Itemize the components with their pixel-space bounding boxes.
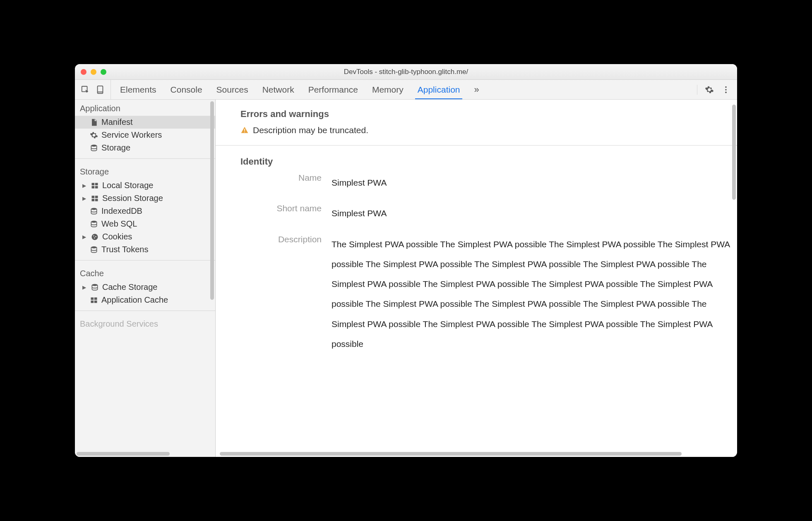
devtools-tabs: Elements Console Sources Network Perform… <box>111 80 690 99</box>
chevron-right-icon[interactable]: ▶ <box>82 183 87 189</box>
section-errors-warnings: Errors and warnings <box>240 109 737 119</box>
sidebar-item-manifest[interactable]: Manifest <box>75 116 215 129</box>
toolbar: Elements Console Sources Network Perform… <box>75 80 737 100</box>
svg-point-6 <box>91 144 96 146</box>
identity-name-label: Name <box>240 173 332 183</box>
sidebar-item-trust-tokens[interactable]: Trust Tokens <box>75 243 215 256</box>
sidebar-group-storage: Storage <box>75 163 215 179</box>
sidebar-item-session-storage[interactable]: ▶ Session Storage <box>75 192 215 205</box>
section-divider <box>216 145 737 146</box>
close-window-button[interactable] <box>81 69 86 75</box>
sidebar-item-local-storage[interactable]: ▶ Local Storage <box>75 179 215 192</box>
svg-rect-27 <box>244 129 245 131</box>
warning-text: Description may be truncated. <box>253 125 368 135</box>
sidebar-divider <box>75 158 215 159</box>
sidebar: Application Manifest Service Workers Sto… <box>75 100 216 457</box>
warning-icon <box>240 126 249 134</box>
inspect-icon[interactable] <box>81 85 90 94</box>
svg-point-3 <box>725 86 727 88</box>
chevron-right-icon[interactable]: ▶ <box>82 196 87 201</box>
content: Application Manifest Service Workers Sto… <box>75 100 737 457</box>
section-identity: Identity <box>240 156 737 167</box>
sidebar-item-indexeddb[interactable]: IndexedDB <box>75 205 215 217</box>
svg-rect-23 <box>91 297 94 300</box>
sidebar-horizontal-scrollbar[interactable] <box>75 450 215 457</box>
svg-rect-8 <box>95 183 98 185</box>
identity-name-row: Name Simplest PWA <box>240 173 737 193</box>
main-horizontal-scrollbar[interactable] <box>216 450 737 457</box>
zoom-window-button[interactable] <box>101 69 106 75</box>
window-title: DevTools - stitch-glib-typhoon.glitch.me… <box>75 68 737 76</box>
identity-description-value: The Simplest PWA possible The Simplest P… <box>332 234 737 354</box>
svg-rect-25 <box>91 300 94 303</box>
warning-row: Description may be truncated. <box>240 125 737 135</box>
sidebar-item-cache-storage[interactable]: ▶ Cache Storage <box>75 281 215 294</box>
sidebar-item-application-cache[interactable]: Application Cache <box>75 294 215 306</box>
identity-short-name-row: Short name Simplest PWA <box>240 203 737 223</box>
svg-rect-9 <box>92 186 95 188</box>
sidebar-item-label: Application Cache <box>101 295 168 305</box>
svg-rect-7 <box>92 183 95 185</box>
svg-point-4 <box>725 89 727 91</box>
sidebar-item-label: Cache Storage <box>102 282 157 292</box>
settings-icon[interactable] <box>705 85 714 94</box>
svg-point-15 <box>91 208 96 210</box>
sidebar-item-storage[interactable]: Storage <box>75 141 215 154</box>
svg-point-18 <box>93 235 94 237</box>
sidebar-item-label: Web SQL <box>101 219 137 229</box>
sidebar-item-label: Local Storage <box>102 181 153 190</box>
sidebar-item-label: Session Storage <box>102 194 163 203</box>
tab-network[interactable]: Network <box>262 80 294 99</box>
more-tabs-icon[interactable]: » <box>474 84 479 95</box>
svg-rect-26 <box>94 300 97 303</box>
chevron-right-icon[interactable]: ▶ <box>82 284 87 290</box>
chevron-right-icon[interactable]: ▶ <box>82 234 87 240</box>
device-toggle-icon[interactable] <box>96 85 105 94</box>
svg-rect-10 <box>95 186 98 188</box>
svg-rect-13 <box>92 198 95 201</box>
svg-point-17 <box>92 234 98 240</box>
sidebar-group-background-services: Background Services <box>75 315 215 331</box>
tab-memory[interactable]: Memory <box>372 80 404 99</box>
svg-rect-14 <box>95 198 98 201</box>
sidebar-group-application: Application <box>75 100 215 116</box>
tab-console[interactable]: Console <box>171 80 202 99</box>
tab-application[interactable]: Application <box>418 80 460 99</box>
identity-short-name-label: Short name <box>240 203 332 213</box>
svg-rect-28 <box>244 131 245 132</box>
tab-sources[interactable]: Sources <box>216 80 248 99</box>
identity-description-row: Description The Simplest PWA possible Th… <box>240 234 737 354</box>
svg-rect-11 <box>92 196 95 198</box>
sidebar-item-label: Manifest <box>101 117 133 127</box>
sidebar-divider <box>75 311 215 311</box>
identity-name-value: Simplest PWA <box>332 173 387 193</box>
tab-elements[interactable]: Elements <box>120 80 156 99</box>
main-vertical-scrollbar[interactable] <box>732 105 736 200</box>
sidebar-group-cache: Cache <box>75 265 215 281</box>
sidebar-item-label: Storage <box>101 143 130 153</box>
traffic-lights <box>75 69 106 75</box>
svg-point-19 <box>95 236 96 237</box>
main-panel: Errors and warnings Description may be t… <box>216 100 737 457</box>
svg-rect-12 <box>95 196 98 198</box>
svg-point-21 <box>91 246 96 248</box>
sidebar-vertical-scrollbar[interactable] <box>210 101 214 300</box>
titlebar: DevTools - stitch-glib-typhoon.glitch.me… <box>75 64 737 80</box>
kebab-menu-icon[interactable] <box>721 85 730 94</box>
sidebar-item-web-sql[interactable]: Web SQL <box>75 217 215 230</box>
toolbar-divider <box>697 85 697 95</box>
svg-point-16 <box>91 220 96 222</box>
minimize-window-button[interactable] <box>91 69 96 75</box>
sidebar-item-label: Service Workers <box>101 130 162 140</box>
sidebar-item-service-workers[interactable]: Service Workers <box>75 129 215 141</box>
sidebar-item-label: IndexedDB <box>101 206 142 216</box>
devtools-window: DevTools - stitch-glib-typhoon.glitch.me… <box>75 64 737 457</box>
tab-performance[interactable]: Performance <box>308 80 358 99</box>
sidebar-item-cookies[interactable]: ▶ Cookies <box>75 230 215 243</box>
sidebar-item-label: Cookies <box>102 232 132 241</box>
identity-short-name-value: Simplest PWA <box>332 203 387 223</box>
svg-point-5 <box>725 91 727 93</box>
svg-point-22 <box>92 284 97 286</box>
svg-point-20 <box>94 237 95 239</box>
svg-rect-1 <box>98 86 103 93</box>
